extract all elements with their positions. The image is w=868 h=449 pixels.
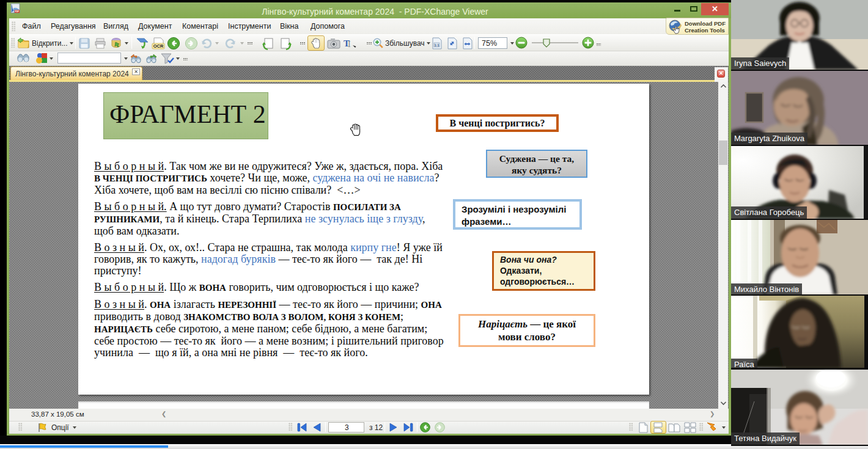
svg-text:OCR: OCR: [153, 43, 164, 49]
svg-text:PDF: PDF: [15, 10, 20, 13]
svg-text:1:1: 1:1: [435, 43, 440, 47]
svg-text:I: I: [348, 40, 351, 49]
